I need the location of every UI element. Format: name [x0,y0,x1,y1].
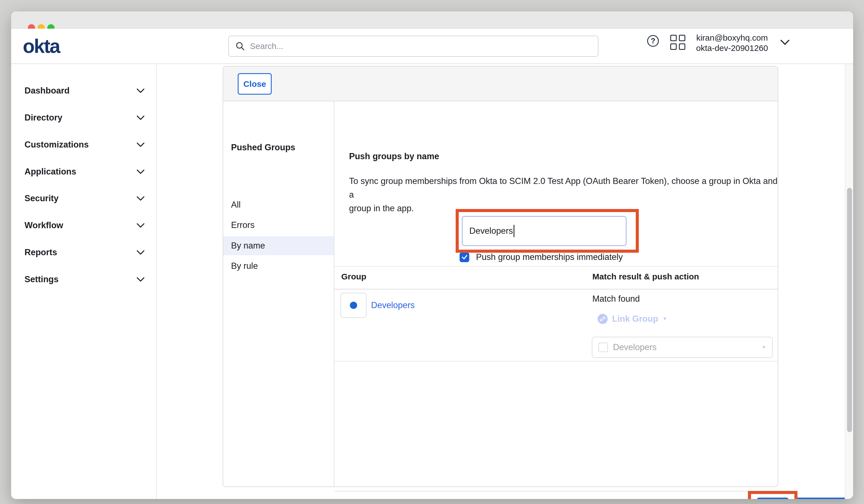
sidebar-item-label: Applications [24,167,76,177]
chevron-down-icon [136,88,145,93]
account-menu[interactable]: kiran@boxyhq.com okta-dev-20901260 [690,33,774,53]
chevron-down-icon [136,223,145,228]
app-group-value: Developers [613,342,761,352]
chevron-down-icon [136,277,145,282]
column-header-group: Group [341,272,366,281]
sidebar-item-label: Customizations [24,140,89,150]
scrollbar-track[interactable] [845,64,853,499]
sidebar-item-settings[interactable]: Settings [11,271,157,288]
pushed-groups-subnav: Pushed Groups All Errors By name By rule [223,101,334,487]
app-group-select[interactable]: Developers ▼ [592,337,773,358]
chevron-down-icon [136,115,145,120]
sidebar-item-label: Reports [24,248,57,257]
subnav-item-label: By rule [231,261,258,271]
sidebar-item-label: Settings [24,274,58,285]
push-immediately-checkbox[interactable] [459,252,469,262]
sidebar-item-customizations[interactable]: Customizations [11,136,157,154]
subnav-heading: Pushed Groups [231,143,295,153]
sidebar-item-directory[interactable]: Directory [11,109,157,127]
link-group-label: Link Group [612,314,658,324]
grid-square [679,35,685,41]
help-icon[interactable]: ? [647,35,659,47]
search-icon [236,41,245,51]
annotation-highlight-save [748,491,797,499]
sidebar-item-label: Workflow [24,220,63,230]
chevron-down-icon [136,142,145,147]
search-input[interactable] [250,41,591,51]
close-button[interactable]: Close [238,73,272,95]
chevron-down-icon [136,196,145,201]
sidebar-item-label: Security [24,193,58,203]
chevron-down-icon [136,250,145,255]
table-header-divider [334,289,778,289]
match-status: Match found [592,294,640,304]
window-titlebar [11,11,853,29]
sidebar-item-reports[interactable]: Reports [11,243,157,261]
chevron-down-icon[interactable] [780,39,790,45]
page-title: Push groups by name [349,152,439,161]
sidebar-item-security[interactable]: Security [11,190,157,207]
sidebar-item-label: Dashboard [24,86,70,96]
app-header: okta ? kiran@boxyhq.com okta-dev-2090126… [11,29,853,64]
subnav-item-by-rule[interactable]: By rule [223,256,334,276]
grid-square [679,44,685,50]
caret-down-icon: ▼ [761,345,766,350]
subnav-item-label: Errors [231,220,254,230]
sidebar-item-dashboard[interactable]: Dashboard [11,82,157,100]
checkbox-label: Push group memberships immediately [476,252,623,262]
global-search[interactable] [228,36,598,57]
group-icon-card [340,293,367,318]
org-name: okta-dev-20901260 [690,43,774,53]
group-name-link[interactable]: Developers [371,300,415,310]
column-header-match: Match result & push action [592,272,699,281]
subnav-item-all[interactable]: All [223,195,334,214]
okta-logo: okta [23,36,60,56]
sidebar-item-applications[interactable]: Applications [11,163,157,181]
table-row-divider [334,361,778,361]
sidebar-item-label: Directory [24,113,62,123]
subnav-item-label: All [231,200,240,210]
push-immediately-row: Push group memberships immediately [459,252,623,262]
grid-square [670,35,677,41]
description-line: group in the app. [349,203,414,213]
subnav-item-label: By name [231,241,265,251]
caret-down-icon: ▼ [662,316,667,322]
browser-window: okta ? kiran@boxyhq.com okta-dev-2090126… [11,11,853,499]
subnav-item-by-name[interactable]: By name [223,236,334,255]
group-icon [350,302,357,309]
chevron-down-icon [136,169,145,174]
scrollbar-thumb[interactable] [847,188,852,432]
sidebar-item-workflow[interactable]: Workflow [11,217,157,234]
push-by-name-content: Push groups by name To sync group member… [334,101,778,487]
app-group-icon [598,343,608,352]
link-icon [598,314,608,324]
panel-header: Close [223,67,778,101]
table-top-divider [334,266,778,267]
user-email: kiran@boxyhq.com [690,33,774,43]
apps-grid-icon[interactable] [670,35,686,50]
link-group-dropdown[interactable]: Link Group ▼ [598,314,667,324]
grid-square [670,44,677,50]
main-nav-sidebar: Dashboard Directory Customizations Appli… [11,64,157,499]
subnav-item-errors[interactable]: Errors [223,216,334,235]
footer-divider [334,491,778,491]
annotation-highlight-input [456,209,639,253]
pushed-groups-panel: Close Pushed Groups All Errors By name B… [223,66,778,487]
description-line: To sync group memberships from Okta to S… [349,176,778,200]
